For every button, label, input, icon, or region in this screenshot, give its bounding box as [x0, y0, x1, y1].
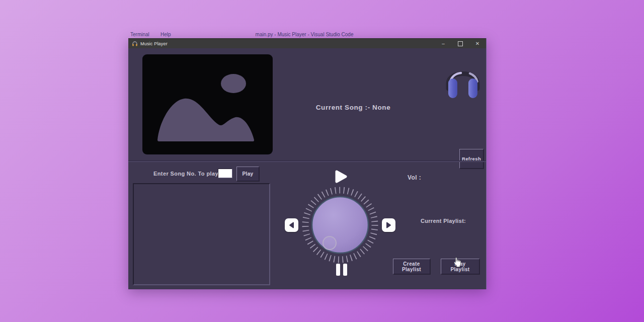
song-listbox[interactable] [133, 183, 270, 285]
create-playlist-button[interactable]: Create Playlist [393, 259, 430, 274]
current-playlist-label: Current Playlist: [421, 218, 466, 224]
titlebar[interactable]: Music Player – ✕ [128, 38, 486, 48]
play-song-button[interactable]: Play [236, 167, 259, 181]
vscode-window-title: main.py - Music Player - Visual Studio C… [219, 31, 390, 38]
previous-icon [288, 222, 295, 228]
music-player-window: Music Player – ✕ Current Song :- None [128, 38, 487, 289]
song-number-label: Enter Song No. To play : [153, 171, 222, 177]
volume-knob[interactable] [300, 185, 380, 265]
pause-icon [336, 264, 340, 276]
next-button[interactable] [382, 218, 395, 232]
album-art-placeholder [142, 54, 273, 154]
vscode-menu-help[interactable]: Help [160, 31, 171, 38]
vscode-menu-terminal[interactable]: Terminal [130, 31, 149, 38]
window-title: Music Player [140, 41, 435, 46]
frame-divider [128, 160, 486, 162]
close-button[interactable]: ✕ [469, 39, 486, 48]
knob-dial[interactable] [312, 197, 368, 253]
background-vscode-window: Terminal Help main.py - Music Player - V… [128, 31, 486, 38]
pause-icon [343, 264, 347, 276]
maximize-button[interactable] [452, 39, 469, 48]
next-icon [385, 222, 392, 228]
play-icon[interactable] [332, 169, 349, 184]
current-song-label: Current Song :- None [295, 104, 411, 111]
pause-button[interactable] [334, 264, 349, 276]
window-content: Current Song :- None Refresh Enter Song … [128, 48, 486, 289]
maximize-icon [458, 41, 463, 46]
image-placeholder-icon [142, 54, 273, 154]
knob-indicator [323, 236, 336, 250]
headphones-icon [440, 63, 486, 100]
play-playlist-button[interactable]: Play Playlist [441, 259, 479, 274]
previous-button[interactable] [285, 218, 298, 232]
song-number-input[interactable] [218, 169, 232, 178]
minimize-button[interactable]: – [435, 39, 452, 48]
refresh-button[interactable]: Refresh [459, 149, 484, 169]
headphones-app-icon [132, 41, 138, 47]
volume-label: Vol : [408, 174, 421, 181]
